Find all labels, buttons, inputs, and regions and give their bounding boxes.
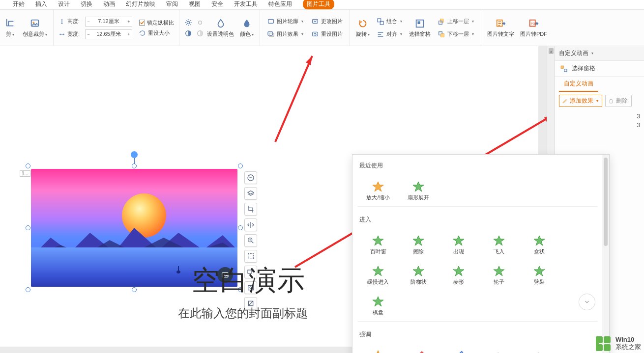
- fx-item-zoom[interactable]: 放大/缩小: [359, 173, 397, 201]
- tab-special[interactable]: 特色应用: [268, 0, 292, 8]
- fx-item-entrance[interactable]: 棋盘: [359, 288, 397, 316]
- picture-to-text-button[interactable]: 图片转文字: [484, 18, 517, 38]
- list-row[interactable]: 3: [559, 121, 640, 130]
- contrast-down-icon[interactable]: [196, 29, 204, 37]
- svg-rect-30: [248, 254, 254, 259]
- slide-subtitle[interactable]: 在此输入您的封面副标题: [178, 305, 308, 321]
- fx-item-emphasis[interactable]: A更改字体: [521, 342, 558, 353]
- float-flip[interactable]: [244, 218, 257, 231]
- fx-item-entrance[interactable]: 飞入: [480, 227, 518, 255]
- fx-item-entrance[interactable]: 阶梯状: [400, 257, 437, 286]
- add-effect-button[interactable]: 添加效果 ▾: [559, 95, 602, 107]
- trash-icon: [608, 98, 614, 104]
- fx-item-emphasis[interactable]: 放大/缩小: [359, 342, 397, 353]
- tab-review[interactable]: 审阅: [166, 0, 178, 8]
- fx-section-recent: 最近使用: [359, 162, 595, 170]
- tab-start[interactable]: 开始: [13, 0, 25, 8]
- fx-item-entrance[interactable]: 盒状: [521, 227, 558, 255]
- align-button[interactable]: 对齐▾: [375, 29, 404, 39]
- change-picture-button[interactable]: 更改图片: [309, 17, 345, 27]
- fx-item-emphasis[interactable]: 更改线条...: [440, 342, 477, 353]
- float-layers[interactable]: [244, 187, 257, 200]
- brightness-up-icon[interactable]: [184, 19, 192, 27]
- tab-insert[interactable]: 插入: [35, 0, 47, 8]
- fx-item-entrance[interactable]: 出现: [440, 227, 477, 255]
- color-button[interactable]: 颜色▾: [237, 18, 257, 38]
- change-picture-label: 更改图片: [321, 18, 343, 25]
- width-stepper[interactable]: − +: [85, 29, 132, 39]
- float-select[interactable]: [244, 250, 257, 263]
- slide-title[interactable]: 空白演示: [192, 262, 306, 299]
- svg-marker-42: [373, 236, 383, 245]
- svg-marker-48: [413, 266, 424, 276]
- fx-item-entrance[interactable]: 劈裂: [521, 257, 558, 286]
- svg-rect-8: [269, 33, 274, 36]
- float-zoom[interactable]: [244, 234, 257, 247]
- sidebar-select-pane[interactable]: 选择窗格: [555, 61, 644, 76]
- tab-security[interactable]: 安全: [211, 0, 223, 8]
- fx-item-entrance[interactable]: 缓慢进入: [359, 257, 397, 286]
- crop-button[interactable]: 剪▾: [0, 18, 20, 38]
- group-button[interactable]: 组合▾: [375, 17, 404, 27]
- rotation-handle[interactable]: [131, 151, 138, 158]
- fx-item-entrance[interactable]: 轮子: [480, 257, 518, 286]
- width-input[interactable]: [91, 30, 126, 39]
- set-transparent-color-button[interactable]: 设置透明色: [204, 18, 237, 38]
- scroll-up-icon[interactable]: ▴: [549, 48, 554, 54]
- width-decrease[interactable]: −: [86, 30, 91, 39]
- fx-item-fan[interactable]: 扇形展开: [400, 173, 437, 201]
- svg-marker-51: [534, 266, 545, 276]
- pencil-icon: [562, 98, 568, 104]
- brightness-down-icon[interactable]: [196, 19, 204, 27]
- delete-effect-button[interactable]: 删除: [605, 95, 632, 107]
- menu-tab-bar: 开始 插入 设计 切换 动画 幻灯片放映 审阅 视图 安全 开发工具 特色应用 …: [0, 0, 644, 10]
- fx-item-entrance[interactable]: 擦除: [400, 227, 437, 255]
- fx-item-label: 菱形: [453, 278, 464, 286]
- float-minus[interactable]: [244, 171, 257, 184]
- width-icon: [59, 31, 65, 38]
- height-stepper[interactable]: − +: [85, 17, 132, 27]
- width-increase[interactable]: +: [126, 30, 132, 39]
- svg-marker-47: [373, 266, 383, 276]
- svg-rect-6: [268, 19, 274, 23]
- picture-effects-button[interactable]: 图片效果▾: [265, 29, 305, 39]
- float-crop[interactable]: [244, 203, 257, 216]
- list-row[interactable]: 3: [559, 112, 640, 121]
- tab-view[interactable]: 视图: [189, 0, 201, 8]
- chevron-down-icon: ▾: [472, 32, 474, 36]
- height-increase[interactable]: +: [126, 17, 132, 26]
- picture-outline-button[interactable]: 图片轮廓▾: [265, 17, 305, 27]
- reset-picture-button[interactable]: 重设图片: [309, 29, 345, 39]
- contrast-up-icon[interactable]: [184, 29, 192, 37]
- tab-transition[interactable]: 切换: [81, 0, 92, 8]
- height-input[interactable]: [91, 17, 126, 26]
- tab-animation[interactable]: 动画: [103, 0, 115, 8]
- tab-picture-tools[interactable]: 图片工具: [303, 0, 334, 9]
- fx-item-emphasis[interactable]: A更改字号: [480, 342, 518, 353]
- tab-slideshow[interactable]: 幻灯片放映: [126, 0, 155, 8]
- fx-section-emphasis: 强调: [359, 330, 595, 339]
- add-effect-label: 添加效果: [570, 97, 593, 105]
- fx-item-label: 擦除: [413, 248, 424, 255]
- bring-forward-button[interactable]: 上移一层▾: [436, 17, 476, 27]
- sidebar-title[interactable]: 自定义动画 ▾: [555, 46, 644, 61]
- reset-size[interactable]: 重设大小: [139, 29, 174, 37]
- fx-item-emphasis[interactable]: 更改填充...: [400, 342, 437, 353]
- fx-item-entrance[interactable]: 菱形: [440, 257, 477, 286]
- tab-design[interactable]: 设计: [58, 0, 70, 8]
- lock-aspect-ratio[interactable]: 锁定纵横比: [139, 19, 174, 27]
- fx-scrollbar[interactable]: [602, 155, 609, 353]
- height-decrease[interactable]: −: [86, 17, 91, 26]
- creative-crop-button[interactable]: 创意裁剪▾: [20, 18, 50, 38]
- picture-to-pdf-button[interactable]: PDF 图片转PDF: [517, 18, 550, 38]
- selection-pane-button[interactable]: 选择窗格: [406, 18, 434, 38]
- send-backward-button[interactable]: 下移一层▾: [436, 29, 476, 39]
- fx-item-label: 劈裂: [534, 278, 545, 286]
- fx-item-label: 出现: [453, 248, 464, 255]
- tab-developer[interactable]: 开发工具: [234, 0, 258, 8]
- chevron-down-icon: ▾: [301, 32, 303, 36]
- fx-item-entrance[interactable]: 百叶窗: [359, 227, 397, 255]
- rotate-button[interactable]: 旋转▾: [353, 18, 373, 38]
- fx-more-entrance[interactable]: [579, 294, 595, 310]
- fx-item-label: 百叶窗: [370, 248, 386, 255]
